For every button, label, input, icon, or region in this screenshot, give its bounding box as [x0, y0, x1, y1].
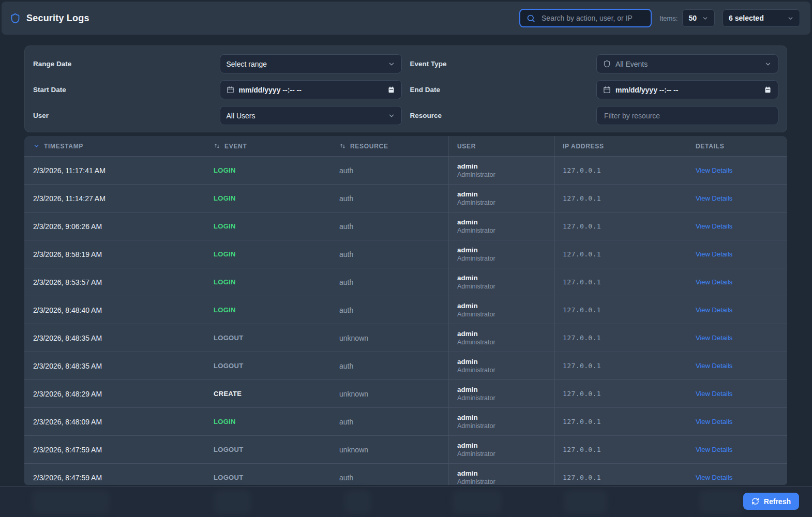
timestamp-cell: 2/3/2026, 8:48:09 AM — [24, 408, 207, 435]
ghost-row-blob — [214, 490, 251, 513]
items-label: Items: — [659, 14, 678, 22]
range-date-select[interactable]: Select range — [220, 54, 402, 73]
table-row: 2/3/2026, 8:48:09 AM LOGIN auth admin Ad… — [24, 407, 787, 435]
event-type-label: Event Type — [410, 60, 447, 68]
ghost-row-blob — [344, 490, 371, 513]
event-cell: LOGIN — [207, 268, 333, 296]
filter-event-type: Event Type All Events — [410, 54, 779, 73]
view-details-link[interactable]: View Details — [696, 446, 732, 453]
ip-cell: 127.0.0.1 — [554, 352, 688, 379]
ip-cell: 127.0.0.1 — [554, 464, 688, 485]
refresh-button[interactable]: Refresh — [743, 493, 799, 510]
event-type-select[interactable]: All Events — [596, 54, 778, 73]
timestamp-cell: 2/3/2026, 8:48:35 AM — [24, 324, 207, 352]
ip-cell: 127.0.0.1 — [554, 324, 688, 352]
ip-cell: 127.0.0.1 — [554, 436, 688, 463]
view-details-link[interactable]: View Details — [696, 166, 732, 174]
table-row: 2/3/2026, 8:48:35 AM LOGOUT auth admin A… — [24, 352, 787, 379]
table-row: 2/3/2026, 9:06:26 AM LOGIN auth admin Ad… — [24, 212, 787, 240]
user-cell: admin Administrator — [448, 380, 554, 407]
view-details-link[interactable]: View Details — [696, 334, 732, 342]
event-cell: LOGOUT — [207, 464, 333, 485]
resource-cell: auth — [333, 352, 448, 379]
view-details-link[interactable]: View Details — [696, 278, 732, 286]
user-cell: admin Administrator — [448, 352, 554, 379]
table-row: 2/3/2026, 8:48:35 AM LOGOUT unknown admi… — [24, 324, 787, 352]
items-group: Items: 50 — [659, 9, 715, 27]
timestamp-cell: 2/3/2026, 8:48:35 AM — [24, 352, 207, 379]
table-row: 2/3/2026, 8:48:29 AM CREATE unknown admi… — [24, 379, 787, 407]
ip-cell: 127.0.0.1 — [554, 380, 688, 407]
resource-cell: auth — [333, 296, 448, 324]
column-header-user: USER — [448, 136, 554, 156]
user-cell: admin Administrator — [448, 157, 554, 184]
range-date-label: Range Date — [33, 60, 71, 68]
view-details-link[interactable]: View Details — [696, 362, 732, 370]
page-size-value: 50 — [688, 14, 697, 22]
filter-end-date: End Date mm/dd/yyyy --:-- -- — [410, 80, 779, 99]
view-details-link[interactable]: View Details — [696, 194, 732, 202]
table-row: 2/3/2026, 8:47:59 AM LOGOUT unknown admi… — [24, 435, 787, 463]
table-row: 2/3/2026, 8:58:19 AM LOGIN auth admin Ad… — [24, 240, 787, 268]
resource-input-wrapper — [596, 106, 778, 125]
resource-cell: auth — [333, 212, 448, 240]
chevron-down-icon — [787, 15, 794, 22]
view-details-link[interactable]: View Details — [696, 474, 732, 481]
chevron-down-icon — [388, 60, 395, 68]
security-logs-page: Security Logs Items: 50 6 selected — [0, 0, 812, 517]
view-details-link[interactable]: View Details — [696, 390, 732, 398]
details-cell: View Details — [688, 212, 787, 240]
resource-cell: auth — [333, 268, 448, 296]
shield-icon — [10, 13, 21, 24]
refresh-icon — [751, 497, 759, 505]
timestamp-cell: 2/3/2026, 11:14:27 AM — [24, 185, 207, 212]
ghost-row-blob — [699, 490, 743, 513]
user-cell: admin Administrator — [448, 436, 554, 463]
event-cell: LOGIN — [207, 240, 333, 268]
details-cell: View Details — [688, 296, 787, 324]
search-input[interactable] — [540, 13, 644, 23]
start-date-value: mm/dd/yyyy --:-- -- — [239, 86, 302, 94]
user-select[interactable]: All Users — [220, 106, 402, 125]
event-type-value: All Events — [615, 60, 648, 68]
view-details-link[interactable]: View Details — [696, 250, 732, 258]
column-header-event[interactable]: EVENT — [207, 136, 333, 156]
column-header-resource[interactable]: RESOURCE — [333, 136, 448, 156]
timestamp-cell: 2/3/2026, 8:53:57 AM — [24, 268, 207, 296]
ip-cell: 127.0.0.1 — [554, 296, 688, 324]
resource-input[interactable] — [603, 111, 772, 120]
start-date-input[interactable]: mm/dd/yyyy --:-- -- — [220, 80, 402, 99]
details-cell: View Details — [688, 185, 787, 212]
logs-table: TIMESTAMP EVENT RESOURCE USER IP ADDRESS — [24, 136, 787, 485]
user-cell: admin Administrator — [448, 240, 554, 268]
user-cell: admin Administrator — [448, 408, 554, 435]
timestamp-cell: 2/3/2026, 9:06:26 AM — [24, 212, 207, 240]
table-row: 2/3/2026, 8:47:59 AM LOGOUT auth admin A… — [24, 463, 787, 485]
timestamp-cell: 2/3/2026, 8:48:29 AM — [24, 380, 207, 407]
table-row: 2/3/2026, 8:53:57 AM LOGIN auth admin Ad… — [24, 268, 787, 296]
timestamp-cell: 2/3/2026, 8:58:19 AM — [24, 240, 207, 268]
end-date-input[interactable]: mm/dd/yyyy --:-- -- — [596, 80, 778, 99]
page-size-select[interactable]: 50 — [682, 9, 715, 27]
search-box[interactable] — [519, 9, 652, 27]
view-details-link[interactable]: View Details — [696, 418, 732, 425]
event-cell: LOGOUT — [207, 352, 333, 379]
chevron-down-icon — [764, 60, 772, 68]
table-row: 2/3/2026, 11:17:41 AM LOGIN auth admin A… — [24, 156, 787, 184]
view-details-link[interactable]: View Details — [696, 306, 732, 314]
view-details-link[interactable]: View Details — [696, 222, 732, 230]
resource-cell: auth — [333, 240, 448, 268]
calendar-icon — [227, 86, 234, 94]
calendar-picker-icon[interactable] — [387, 86, 395, 94]
footer-bar: Refresh — [0, 486, 812, 517]
end-date-value: mm/dd/yyyy --:-- -- — [615, 86, 678, 94]
calendar-picker-icon[interactable] — [764, 86, 772, 94]
ip-cell: 127.0.0.1 — [554, 212, 688, 240]
resource-cell: auth — [333, 408, 448, 435]
table-row: 2/3/2026, 11:14:27 AM LOGIN auth admin A… — [24, 184, 787, 212]
column-header-timestamp[interactable]: TIMESTAMP — [24, 136, 207, 156]
details-cell: View Details — [688, 268, 787, 296]
columns-select[interactable]: 6 selected — [723, 9, 800, 27]
user-cell: admin Administrator — [448, 324, 554, 352]
sort-desc-icon — [33, 143, 40, 149]
